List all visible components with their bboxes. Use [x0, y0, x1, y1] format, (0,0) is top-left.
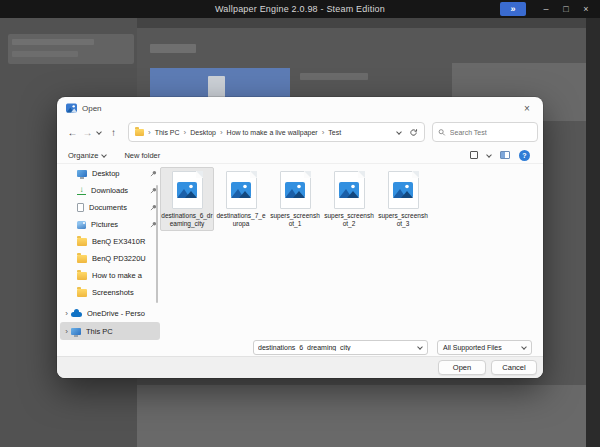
address-bar[interactable]: › This PC › Desktop › How to make a live…: [128, 122, 425, 142]
sidebar-scrollbar[interactable]: [156, 185, 158, 303]
breadcrumb-item-this-pc[interactable]: This PC: [155, 129, 180, 136]
app-titlebar: Wallpaper Engine 2.0.98 - Steam Edition …: [0, 0, 600, 18]
folder-icon: [77, 238, 87, 246]
expand-chevron-icon[interactable]: ›: [62, 309, 71, 318]
help-icon[interactable]: ?: [519, 150, 530, 161]
preview-pane-icon[interactable]: [500, 151, 510, 159]
organize-button[interactable]: Organize: [68, 151, 106, 160]
file-name: destinations_6_dreaming_city: [161, 212, 213, 228]
double-chevron-icon: »: [510, 4, 515, 14]
file-type-value: All Supported Files: [443, 344, 502, 351]
organize-label: Organize: [68, 151, 98, 160]
sidebar-item-desktop[interactable]: Desktop: [60, 165, 160, 182]
dialog-titlebar: Open ×: [57, 97, 543, 119]
file-item-supers-2[interactable]: supers_screenshot_2: [322, 167, 376, 231]
close-button[interactable]: ×: [576, 0, 596, 18]
forward-icon[interactable]: →: [80, 127, 95, 138]
cancel-button[interactable]: Cancel: [491, 360, 537, 375]
file-item-destinations-7[interactable]: destinations_7_europa: [214, 167, 268, 231]
nav-controls: ← → ↑: [65, 122, 121, 142]
breadcrumb-item-test[interactable]: Test: [328, 129, 341, 136]
documents-icon: [77, 203, 84, 212]
file-name: supers_screenshot_3: [377, 212, 429, 228]
sidebar-item-label: How to make a: [92, 271, 160, 280]
background-heading: [150, 44, 196, 53]
file-name: supers_screenshot_1: [269, 212, 321, 228]
pin-icon[interactable]: [150, 170, 157, 177]
file-list: destinations_6_dreaming_city destination…: [160, 167, 541, 339]
recent-locations-chevron-icon[interactable]: [96, 129, 102, 135]
sidebar-item-how-to-make[interactable]: How to make a: [60, 267, 160, 284]
sidebar-item-benq-ex3410r[interactable]: BenQ EX3410R: [60, 233, 160, 250]
sidebar-item-onedrive[interactable]: › OneDrive - Perso: [60, 304, 160, 322]
sidebar-item-documents[interactable]: Documents: [60, 199, 160, 216]
dialog-body: Desktop Downloads Documents Pictures: [57, 165, 543, 337]
this-pc-icon: [71, 328, 81, 335]
downloads-icon: [77, 186, 86, 195]
sidebar-item-benq-pd3220u[interactable]: BenQ PD3220U: [60, 250, 160, 267]
background-text-row: [12, 39, 94, 45]
search-icon: [438, 128, 446, 137]
screen: Wallpaper Engine 2.0.98 - Steam Edition …: [0, 0, 600, 447]
file-item-destinations-6[interactable]: destinations_6_dreaming_city: [160, 167, 214, 231]
file-name-combo: [253, 340, 428, 355]
sidebar-item-label: Downloads: [91, 186, 150, 195]
sidebar-item-label: Documents: [89, 203, 150, 212]
open-button[interactable]: Open: [438, 360, 486, 375]
background-text-row: [300, 73, 368, 80]
background-list-panel: [8, 34, 134, 64]
maximize-button[interactable]: □: [556, 0, 576, 18]
minimize-button[interactable]: –: [536, 0, 556, 18]
background-right-edge: [586, 18, 600, 447]
breadcrumb-separator: ›: [322, 128, 325, 137]
file-item-supers-1[interactable]: supers_screenshot_1: [268, 167, 322, 231]
view-mode-icon[interactable]: [470, 151, 478, 159]
sidebar-item-screenshots[interactable]: Screenshots: [60, 284, 160, 301]
new-folder-button[interactable]: New folder: [124, 151, 160, 160]
notification-flyout-button[interactable]: »: [500, 2, 526, 16]
sidebar-item-label: Screenshots: [92, 288, 160, 297]
back-icon[interactable]: ←: [65, 127, 80, 138]
file-name-input[interactable]: [254, 344, 418, 351]
breadcrumb-item-desktop[interactable]: Desktop: [190, 129, 216, 136]
file-name: destinations_7_europa: [215, 212, 267, 228]
open-dialog-icon: [66, 103, 77, 113]
folder-icon: [77, 289, 87, 297]
desktop-icon: [77, 170, 87, 177]
breadcrumb-separator: ›: [220, 128, 223, 137]
up-icon[interactable]: ↑: [106, 127, 121, 138]
dialog-toolbar: Organize New folder ?: [57, 147, 543, 164]
image-file-icon: [172, 171, 203, 209]
search-input[interactable]: [450, 129, 532, 136]
sidebar-item-label: BenQ PD3220U: [92, 254, 160, 263]
breadcrumb-separator: ›: [148, 128, 151, 137]
dialog-button-row: Open Cancel: [57, 356, 543, 378]
refresh-icon[interactable]: [409, 128, 418, 137]
dialog-close-button[interactable]: ×: [520, 97, 534, 119]
sidebar-item-downloads[interactable]: Downloads: [60, 182, 160, 199]
file-type-chevron-icon: [521, 344, 527, 350]
breadcrumb-item-how-to-make[interactable]: How to make a live wallpaper: [227, 129, 318, 136]
background-text-row: [12, 51, 78, 57]
folder-icon: [77, 272, 87, 280]
image-file-icon: [388, 171, 419, 209]
file-name-chevron-icon[interactable]: [417, 344, 423, 350]
expand-chevron-icon[interactable]: ›: [62, 327, 71, 336]
dialog-title: Open: [82, 104, 102, 113]
breadcrumb-separator: ›: [184, 128, 187, 137]
sidebar-item-label: This PC: [86, 327, 160, 336]
folder-icon: [135, 129, 144, 136]
search-box[interactable]: [432, 122, 538, 142]
image-file-icon: [334, 171, 365, 209]
address-dropdown-chevron-icon[interactable]: [396, 129, 402, 135]
file-type-select[interactable]: All Supported Files: [437, 340, 532, 355]
image-file-icon: [226, 171, 257, 209]
sidebar-item-pictures[interactable]: Pictures: [60, 216, 160, 233]
background-content-area: [137, 385, 586, 447]
file-item-supers-3[interactable]: supers_screenshot_3: [376, 167, 430, 231]
folder-icon: [77, 255, 87, 263]
sidebar-item-label: Pictures: [91, 220, 150, 229]
organize-chevron-icon: [102, 152, 108, 158]
image-file-icon: [280, 171, 311, 209]
view-mode-chevron-icon[interactable]: [486, 152, 492, 158]
